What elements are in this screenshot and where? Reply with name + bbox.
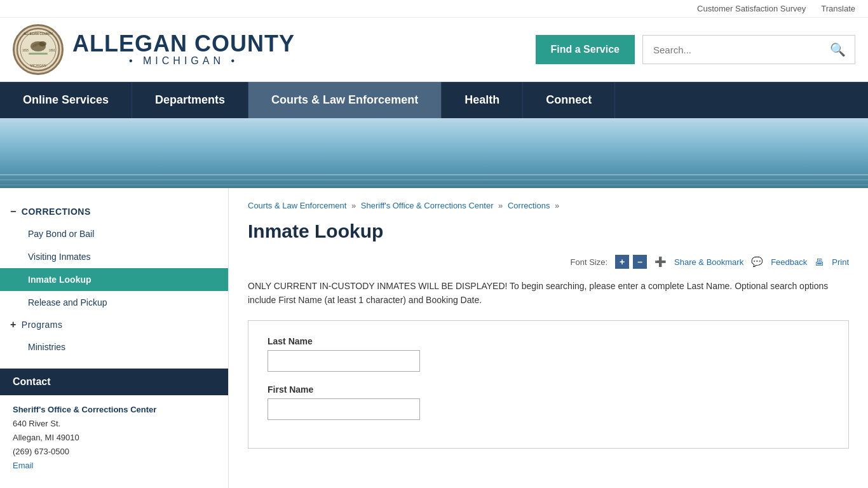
sidebar-visiting-inmates[interactable]: Visiting Inmates bbox=[0, 245, 228, 268]
sidebar-release-pickup-label: Release and Pickup bbox=[28, 297, 107, 308]
svg-text:ALLEGAN COUNTY: ALLEGAN COUNTY bbox=[24, 32, 53, 36]
county-subtitle: • MICHIGAN • bbox=[72, 55, 295, 67]
sidebar-corrections-header: − CORRECTIONS bbox=[0, 201, 228, 222]
toolbar-print-icon: 🖶 bbox=[815, 257, 824, 268]
first-name-label: First Name bbox=[268, 384, 829, 395]
sidebar-section-label: CORRECTIONS bbox=[22, 207, 91, 217]
font-size-label: Font Size: bbox=[571, 257, 608, 267]
header-actions: Find a Service 🔍 bbox=[536, 35, 856, 64]
translate-link[interactable]: Translate bbox=[821, 4, 855, 13]
description-text: ONLY CURRENT IN-CUSTODY INMATES WILL BE … bbox=[248, 279, 849, 308]
form-container: Last Name First Name bbox=[248, 320, 849, 449]
breadcrumb: Courts & Law Enforcement » Sheriff's Off… bbox=[248, 201, 849, 210]
sidebar-programs-label: Programs bbox=[22, 320, 63, 330]
toolbar-bookmark-icon: ➕ bbox=[654, 256, 667, 268]
find-service-button[interactable]: Find a Service bbox=[536, 35, 635, 64]
customer-survey-link[interactable]: Customer Satisfaction Survey bbox=[697, 4, 806, 13]
sidebar-programs-item[interactable]: + Programs bbox=[0, 314, 228, 336]
nav-departments[interactable]: Departments bbox=[132, 82, 248, 118]
last-name-input[interactable] bbox=[268, 350, 420, 372]
svg-text:MICHIGAN: MICHIGAN bbox=[31, 64, 46, 67]
breadcrumb-courts[interactable]: Courts & Law Enforcement bbox=[248, 201, 346, 210]
last-name-group: Last Name bbox=[268, 336, 829, 372]
sidebar-visiting-label: Visiting Inmates bbox=[28, 252, 91, 262]
sidebar-pay-bond[interactable]: Pay Bond or Bail bbox=[0, 222, 228, 245]
sidebar-ministries[interactable]: Ministries bbox=[0, 336, 228, 358]
nav-health-label: Health bbox=[465, 93, 499, 107]
county-title: ALLEGAN COUNTY bbox=[72, 32, 295, 55]
font-increase-button[interactable]: + bbox=[615, 255, 629, 269]
search-button[interactable]: 🔍 bbox=[821, 36, 855, 64]
svg-text:1891: 1891 bbox=[49, 49, 56, 52]
sidebar: − CORRECTIONS Pay Bond or Bail Visiting … bbox=[0, 188, 229, 488]
last-name-label: Last Name bbox=[268, 336, 829, 346]
sidebar-pay-bond-label: Pay Bond or Bail bbox=[28, 229, 94, 239]
nav-online-services[interactable]: Online Services bbox=[0, 82, 132, 118]
header: ALLEGAN COUNTY MICHIGAN 1835 1891 ALLEGA… bbox=[0, 18, 868, 82]
page-layout: − CORRECTIONS Pay Bond or Bail Visiting … bbox=[0, 188, 868, 488]
office-name: Sheriff's Office & Corrections Center bbox=[13, 403, 215, 417]
toolbar-feedback-icon: 💬 bbox=[751, 256, 763, 268]
first-name-input[interactable] bbox=[268, 398, 420, 420]
share-bookmark-link[interactable]: Share & Bookmark bbox=[674, 257, 743, 267]
breadcrumb-sheriffs[interactable]: Sheriff's Office & Corrections Center bbox=[361, 201, 494, 210]
page-title: Inmate Lookup bbox=[248, 220, 849, 242]
font-size-controls: + – bbox=[615, 255, 647, 269]
breadcrumb-sep2: » bbox=[498, 201, 505, 210]
nav-connect[interactable]: Connect bbox=[523, 82, 615, 118]
sidebar-ministries-label: Ministries bbox=[28, 342, 65, 352]
svg-rect-4 bbox=[29, 53, 48, 55]
sidebar-release-pickup[interactable]: Release and Pickup bbox=[0, 291, 228, 314]
search-icon: 🔍 bbox=[830, 43, 846, 57]
address-line2: Allegan, MI 49010 bbox=[13, 433, 79, 442]
nav-health[interactable]: Health bbox=[442, 82, 523, 118]
nav-departments-label: Departments bbox=[155, 93, 225, 107]
search-input[interactable] bbox=[643, 37, 821, 63]
main-nav: Online Services Departments Courts & Law… bbox=[0, 82, 868, 118]
breadcrumb-sep1: » bbox=[351, 201, 358, 210]
address-line1: 640 River St. bbox=[13, 419, 60, 428]
county-name-area: ALLEGAN COUNTY • MICHIGAN • bbox=[72, 32, 295, 67]
programs-expand-icon[interactable]: + bbox=[10, 319, 17, 330]
sidebar-contact-body: Sheriff's Office & Corrections Center 64… bbox=[0, 395, 228, 480]
county-logo: ALLEGAN COUNTY MICHIGAN 1835 1891 bbox=[13, 24, 64, 75]
breadcrumb-corrections[interactable]: Corrections bbox=[508, 201, 550, 210]
top-bar: Customer Satisfaction Survey Translate bbox=[0, 0, 868, 18]
print-link[interactable]: Print bbox=[832, 257, 849, 267]
phone-number: (269) 673-0500 bbox=[13, 447, 69, 456]
sidebar-inmate-lookup[interactable]: Inmate Lookup bbox=[0, 268, 228, 291]
search-area: 🔍 bbox=[642, 35, 855, 64]
sidebar-collapse-icon[interactable]: − bbox=[10, 206, 17, 217]
nav-courts-law-label: Courts & Law Enforcement bbox=[271, 93, 418, 107]
svg-text:1835: 1835 bbox=[22, 49, 29, 52]
logo-area: ALLEGAN COUNTY MICHIGAN 1835 1891 ALLEGA… bbox=[13, 24, 523, 75]
hero-image bbox=[0, 118, 868, 188]
nav-connect-label: Connect bbox=[546, 93, 592, 107]
font-decrease-button[interactable]: – bbox=[633, 255, 647, 269]
nav-courts-law[interactable]: Courts & Law Enforcement bbox=[248, 82, 442, 118]
main-content: Courts & Law Enforcement » Sheriff's Off… bbox=[229, 188, 868, 488]
email-link[interactable]: Email bbox=[13, 461, 34, 470]
nav-online-services-label: Online Services bbox=[23, 93, 109, 107]
feedback-link[interactable]: Feedback bbox=[771, 257, 807, 267]
sidebar-contact-header: Contact bbox=[0, 369, 228, 395]
sidebar-inmate-lookup-label: Inmate Lookup bbox=[28, 274, 92, 285]
first-name-group: First Name bbox=[268, 384, 829, 420]
breadcrumb-sep3: » bbox=[555, 201, 559, 210]
content-toolbar: Font Size: + – ➕ Share & Bookmark 💬 Feed… bbox=[248, 255, 849, 269]
